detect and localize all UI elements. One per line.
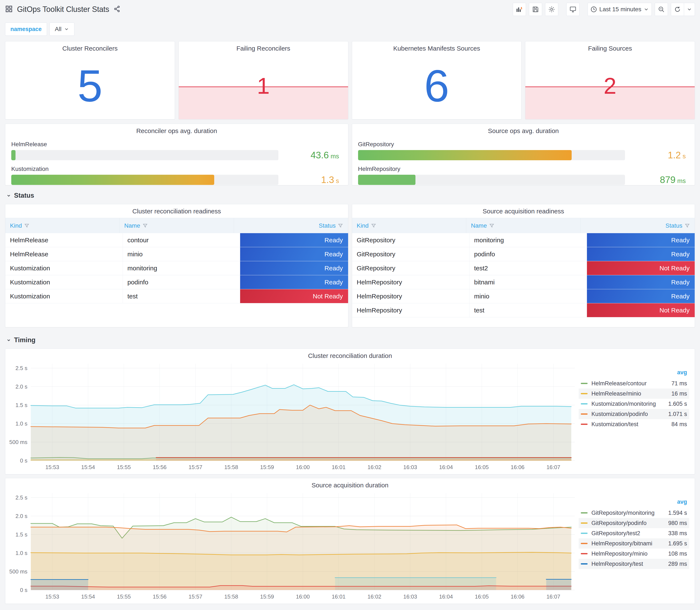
filter-icon[interactable] (338, 223, 343, 228)
table-column-header[interactable]: Name (120, 218, 234, 233)
variable-namespace-value[interactable]: All (50, 22, 75, 36)
chevron-down-icon (6, 337, 12, 343)
share-icon[interactable] (113, 5, 121, 13)
timeseries-chart-svg[interactable]: 0 s500 ms1.0 s1.5 s2.0 s2.5 s15:5315:541… (7, 361, 579, 472)
legend-series-dash (581, 403, 588, 404)
time-range-picker[interactable]: Last 15 minutes (588, 3, 652, 16)
bar-gauge-body: HelmRelease43.6 msKustomization1.3 s (5, 134, 348, 185)
add-panel-button[interactable] (513, 3, 526, 16)
legend-row[interactable]: HelmRelease/minio16 ms (579, 388, 689, 399)
status-badge: Ready (587, 247, 695, 261)
legend-series-dash (581, 533, 588, 534)
svg-text:15:59: 15:59 (260, 464, 274, 470)
save-dashboard-button[interactable] (529, 3, 542, 16)
svg-text:15:56: 15:56 (153, 593, 167, 600)
chevron-down-icon (6, 193, 12, 198)
svg-text:15:53: 15:53 (46, 464, 59, 470)
legend-row[interactable]: HelmRepository/test289 ms (579, 559, 689, 569)
table-row: HelmRepositorybitnamiReady (352, 275, 695, 289)
status-badge: Not Ready (587, 303, 695, 317)
status-badge: Not Ready (587, 261, 695, 275)
time-range-label: Last 15 minutes (599, 6, 641, 13)
legend-series-avg: 338 ms (668, 530, 687, 537)
bar-gauge-value: 1.3 s (278, 175, 342, 185)
bar-gauge-title[interactable]: Source ops avg. duration (352, 124, 695, 134)
table-column-header[interactable]: Kind (5, 218, 120, 233)
legend-row[interactable]: HelmRepository/minio108 ms (579, 549, 689, 559)
legend-series-dash (581, 383, 588, 384)
bar-gauge-track (11, 150, 278, 160)
svg-text:15:57: 15:57 (189, 464, 202, 470)
stat-panel-title[interactable]: Cluster Reconcilers (5, 42, 175, 52)
legend-row[interactable]: HelmRelease/contour71 ms (579, 378, 689, 388)
stat-panel-title[interactable]: Kubernetes Manifests Sources (352, 42, 521, 52)
bar-gauge-unit: s (681, 152, 686, 160)
legend-series-dash (581, 563, 588, 564)
bar-gauge-value: 1.2 s (625, 150, 689, 160)
filter-icon[interactable] (24, 223, 30, 228)
stat-panel-title[interactable]: Failing Sources (525, 42, 695, 52)
filter-icon[interactable] (371, 223, 376, 228)
legend-series-label: Kustomization/test (591, 421, 671, 428)
legend-row[interactable]: Kustomization/test84 ms (579, 419, 689, 429)
svg-text:16:01: 16:01 (332, 593, 345, 600)
stat-panel: Failing Sources2 (525, 41, 695, 119)
section-status[interactable]: Status (6, 192, 695, 199)
readiness-table: KindNameStatusHelmReleasecontourReadyHel… (5, 218, 348, 303)
zoom-out-button[interactable] (655, 3, 668, 16)
table-panel-title[interactable]: Cluster reconciliation readiness (5, 204, 348, 215)
legend-series-label: HelmRelease/contour (591, 380, 671, 387)
page-title: GitOps Toolkit Cluster Stats (17, 5, 109, 14)
legend-series-dash (581, 393, 588, 394)
dashboard-settings-button[interactable] (545, 3, 558, 16)
table-panel-title[interactable]: Source acquisition readiness (352, 204, 695, 215)
timeseries-title[interactable]: Cluster reconciliation duration (5, 349, 695, 359)
legend-row[interactable]: GitRepository/podinfo980 ms (579, 518, 689, 528)
dashboards-grid-icon[interactable] (5, 5, 13, 14)
bar-gauge-line: 43.6 ms (11, 150, 342, 160)
table-column-header[interactable]: Status (234, 218, 348, 233)
table-column-header[interactable]: Name (466, 218, 581, 233)
cell-name: monitoring (469, 233, 587, 247)
gauges-row: Reconciler ops avg. durationHelmRelease4… (5, 124, 695, 185)
legend-row[interactable]: GitRepository/monitoring1.594 s (579, 508, 689, 518)
legend-row[interactable]: HelmRepository/bitnami1.695 s (579, 539, 689, 549)
legend-series-avg: 1.594 s (668, 510, 687, 516)
bar-gauge-track (358, 175, 625, 185)
legend-series-avg: 289 ms (668, 561, 687, 567)
stat-panel-title[interactable]: Failing Reconcilers (179, 42, 348, 52)
table-column-header[interactable]: Status (581, 218, 695, 233)
status-badge: Ready (587, 275, 695, 289)
filter-icon[interactable] (684, 223, 690, 228)
tv-mode-button[interactable] (566, 3, 580, 16)
cell-status: Ready (587, 289, 695, 303)
bar-gauge-title[interactable]: Reconciler ops avg. duration (5, 124, 348, 134)
refresh-interval-dropdown[interactable] (684, 3, 695, 16)
refresh-button[interactable] (671, 3, 684, 16)
bar-gauge-label: HelmRelease (11, 141, 342, 148)
status-badge: Ready (240, 275, 348, 289)
legend-row[interactable]: Kustomization/monitoring1.605 s (579, 399, 689, 409)
variable-namespace-label[interactable]: namespace (5, 22, 47, 36)
filter-icon[interactable] (489, 223, 494, 228)
stats-row: Cluster Reconcilers5Failing Reconcilers1… (5, 41, 695, 119)
bar-gauge-line: 1.2 s (358, 150, 689, 160)
svg-text:15:54: 15:54 (81, 464, 95, 470)
cell-name: podinfo (123, 275, 240, 289)
legend-series-label: Kustomization/monitoring (591, 401, 668, 407)
section-timing[interactable]: Timing (6, 336, 695, 344)
legend-avg-header[interactable]: avg (579, 499, 689, 508)
legend-row[interactable]: Kustomization/podinfo1.071 s (579, 409, 689, 419)
cell-kind: HelmRepository (352, 303, 470, 317)
timeseries-title[interactable]: Source acquisition duration (5, 478, 695, 489)
column-header-label: Kind (357, 222, 369, 229)
cell-kind: HelmRepository (352, 289, 470, 303)
tables-row: Cluster reconciliation readinessKindName… (5, 204, 695, 327)
legend-row[interactable]: GitRepository/test2338 ms (579, 528, 689, 539)
legend-avg-header[interactable]: avg (579, 369, 689, 378)
table-column-header[interactable]: Kind (352, 218, 467, 233)
bar-gauge-panel: Source ops avg. durationGitRepository1.2… (352, 124, 695, 185)
filter-icon[interactable] (142, 223, 148, 228)
chart-legend: avgGitRepository/monitoring1.594 sGitRep… (579, 499, 689, 569)
timeseries-chart-svg[interactable]: 0 s500 ms1.0 s1.5 s2.0 s2.5 s15:5315:541… (7, 491, 579, 601)
